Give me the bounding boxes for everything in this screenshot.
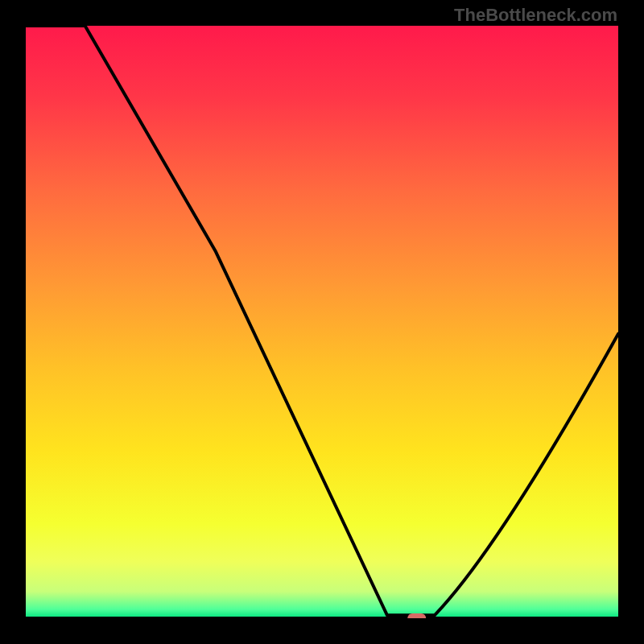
x-axis-baseline	[26, 617, 618, 618]
bottleneck-curve	[26, 26, 618, 618]
optimal-point-marker	[407, 613, 427, 618]
watermark-text: TheBottleneck.com	[454, 5, 617, 26]
plot-area	[26, 26, 618, 618]
chart-stage: TheBottleneck.com	[0, 0, 644, 644]
